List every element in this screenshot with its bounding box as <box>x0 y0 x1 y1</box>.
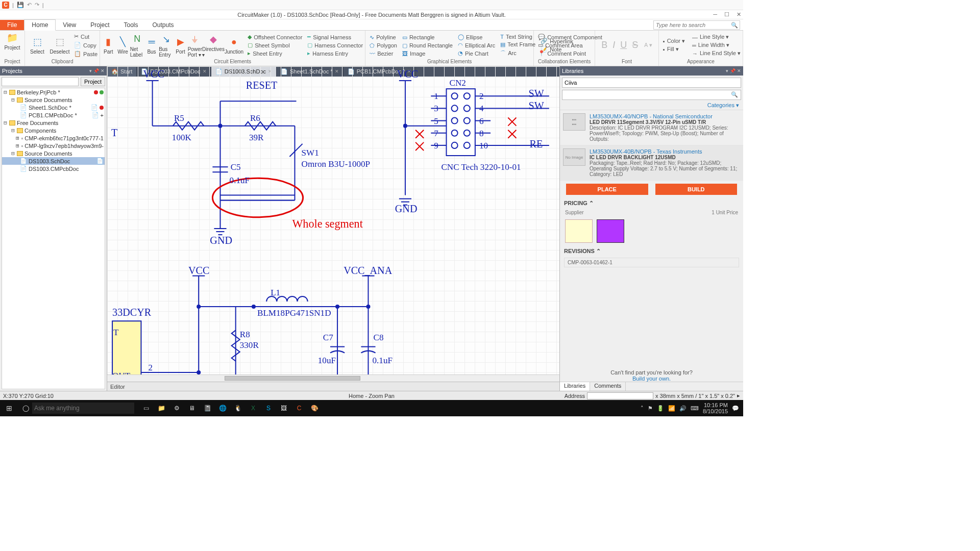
panel-pin-icon[interactable]: 📌 <box>93 68 99 73</box>
pricing-section[interactable]: PRICING ⌃ <box>560 198 743 209</box>
bezier-button[interactable]: 〰Bezier <box>369 50 398 57</box>
polyline-button[interactable]: ∿Polyline <box>369 34 398 41</box>
project-button[interactable]: Project <box>81 77 105 86</box>
tab-home[interactable]: Home <box>24 19 56 31</box>
maximize-icon[interactable]: ☐ <box>724 11 729 18</box>
build-button[interactable]: BUILD <box>655 184 738 195</box>
panel-close-icon[interactable]: ✕ <box>101 68 105 73</box>
fill-button[interactable]: ▪ Fill ▾ <box>662 45 686 53</box>
part-item[interactable]: ▪▪▪▪▪▪ LM3530UMX-40/NOPB - National Semi… <box>560 110 743 145</box>
wifi-icon[interactable]: 📶 <box>668 405 675 412</box>
photos-icon[interactable]: 🖼 <box>276 405 291 412</box>
categories-link[interactable]: Categories ▾ <box>560 102 743 110</box>
deselect-button[interactable]: ⬚Deselect <box>48 32 71 59</box>
build-own-link[interactable]: Build your own. <box>632 375 671 382</box>
lineend-button[interactable]: → Line End Style ▾ <box>691 49 742 57</box>
textframe-button[interactable]: ▤Text Frame <box>499 41 536 48</box>
netlabel-button[interactable]: NNet Label <box>130 32 144 59</box>
address-input[interactable] <box>587 392 653 399</box>
sheetsym-button[interactable]: ▢Sheet Symbol <box>247 41 303 49</box>
redo-icon[interactable]: ↷ <box>35 2 39 8</box>
explorer-icon[interactable]: 📁 <box>154 405 169 412</box>
part-item-selected[interactable]: No Image LM3530UMX-40B/NOPB - Texas Inst… <box>560 145 743 181</box>
excel-icon[interactable]: X <box>246 405 261 412</box>
libtab-comments[interactable]: Comments <box>590 382 626 391</box>
earc-button[interactable]: ◠Elliptical Arc <box>457 41 496 49</box>
chrome-icon[interactable]: 🌐 <box>215 405 230 412</box>
busentry-button[interactable]: ↘Bus Entry <box>159 32 173 59</box>
place-button[interactable]: PLACE <box>566 184 648 195</box>
directives-button[interactable]: ◆Directives ▾ <box>202 32 225 59</box>
undo-icon[interactable]: ↶ <box>27 2 32 8</box>
junction-button[interactable]: ●Junction <box>225 32 243 59</box>
select-button[interactable]: ⬚ClipboardSelect <box>26 32 48 59</box>
tray-icon[interactable]: ⌨ <box>691 405 699 412</box>
polygon-button[interactable]: ⬠Polygon <box>369 42 398 49</box>
rectangle-button[interactable]: ▭Rectangle <box>401 34 454 41</box>
search-input[interactable] <box>653 20 740 30</box>
arc-button[interactable]: ⌒Arc <box>499 49 536 58</box>
notifications-icon[interactable]: 💬 <box>732 405 739 412</box>
tray-up-icon[interactable]: ˄ <box>641 405 644 412</box>
textstring-button[interactable]: TText String <box>499 33 536 40</box>
image-button[interactable]: 🖼Image <box>401 50 454 57</box>
linestyle-button[interactable]: — Line Style ▾ <box>691 33 742 41</box>
paint-icon[interactable]: 🎨 <box>307 405 322 412</box>
tray-icon[interactable]: 🔋 <box>657 405 664 412</box>
volume-icon[interactable]: 🔊 <box>679 405 687 412</box>
cortana-input[interactable] <box>32 403 134 414</box>
status-menu-icon[interactable]: ▸ <box>737 392 740 399</box>
harnessconn-button[interactable]: ▢Harness Connector <box>306 41 364 49</box>
offsheet-button[interactable]: ◆Offsheet Connector <box>247 33 303 41</box>
color-button[interactable]: ▪ Color ▾ <box>662 37 686 45</box>
close-icon[interactable]: ✕ <box>737 11 741 18</box>
minimize-icon[interactable]: ─ <box>713 11 717 18</box>
save-icon[interactable]: 💾 <box>17 2 24 8</box>
panel-dock-icon[interactable]: ▾ <box>726 68 728 73</box>
panel-close-icon[interactable]: ✕ <box>737 68 741 73</box>
schematic-preview[interactable] <box>565 219 593 243</box>
tray-icon[interactable]: ⚑ <box>648 405 653 412</box>
app-icon[interactable]: 🐧 <box>230 405 246 412</box>
tab-view[interactable]: View <box>56 20 83 30</box>
app-icon[interactable]: 📓 <box>200 405 215 412</box>
revisions-section[interactable]: REVISIONS ⌃ <box>560 246 743 257</box>
app-icon[interactable]: ⚙ <box>169 405 184 412</box>
libtab-libraries[interactable]: Libraries <box>560 382 590 391</box>
bus-button[interactable]: ═Bus <box>144 32 159 59</box>
skype-icon[interactable]: S <box>261 405 276 412</box>
library-search-input[interactable] <box>562 78 741 88</box>
port-button[interactable]: ▶Port <box>173 32 187 59</box>
circuitmaker-icon[interactable]: C <box>291 405 307 412</box>
panel-pin-icon[interactable]: 📌 <box>730 68 736 73</box>
project-tree[interactable]: ⊟Berkeley.PrjPcb * ⊟Source Documents 📄Sh… <box>2 88 105 389</box>
project-button[interactable]: 📁Project <box>1 32 23 51</box>
cortana-icon[interactable]: ◯ <box>22 405 29 412</box>
sheetentry-button[interactable]: ▸Sheet Entry <box>247 49 303 57</box>
horizontal-scrollbar[interactable] <box>107 374 559 382</box>
tab-project[interactable]: Project <box>83 20 116 30</box>
wire-button[interactable]: ╲Wire <box>115 32 130 59</box>
schematic-canvas[interactable]: VCC VCC RESET R5100K R639R C50.1uF SW1Om… <box>107 66 559 391</box>
ellipse-button[interactable]: ◯Ellipse <box>457 33 496 41</box>
copy-button[interactable]: 📄 Copy <box>73 41 99 49</box>
sigharness-button[interactable]: ━Signal Harness <box>306 33 364 41</box>
harnessentry-button[interactable]: ▸Harness Entry <box>306 49 364 57</box>
linewidth-button[interactable]: ═ Line Width ▾ <box>691 41 742 49</box>
search-icon[interactable]: 🔍 <box>731 22 738 29</box>
panel-dock-icon[interactable]: ▾ <box>89 68 92 73</box>
library-filter-input[interactable] <box>562 90 741 100</box>
powerport-button[interactable]: ⏚Power Port ▾ <box>188 32 202 59</box>
start-button[interactable]: ⊞ <box>0 404 18 412</box>
footprint-preview[interactable] <box>597 219 624 243</box>
clock[interactable]: 10:16 PM8/10/2015 <box>703 402 728 414</box>
paste-button[interactable]: 📋 Paste <box>73 50 99 58</box>
project-filter-input[interactable] <box>2 77 79 86</box>
tab-outputs[interactable]: Outputs <box>145 20 181 30</box>
taskview-icon[interactable]: ▭ <box>138 405 154 412</box>
rrect-button[interactable]: ▢Round Rectangle <box>401 42 454 49</box>
editor-tab[interactable]: Editor <box>110 384 125 390</box>
cut-button[interactable]: ✂ Cut <box>73 33 99 40</box>
piechart-button[interactable]: ◔Pie Chart <box>457 49 496 57</box>
part-button[interactable]: ▮Part <box>101 32 115 59</box>
